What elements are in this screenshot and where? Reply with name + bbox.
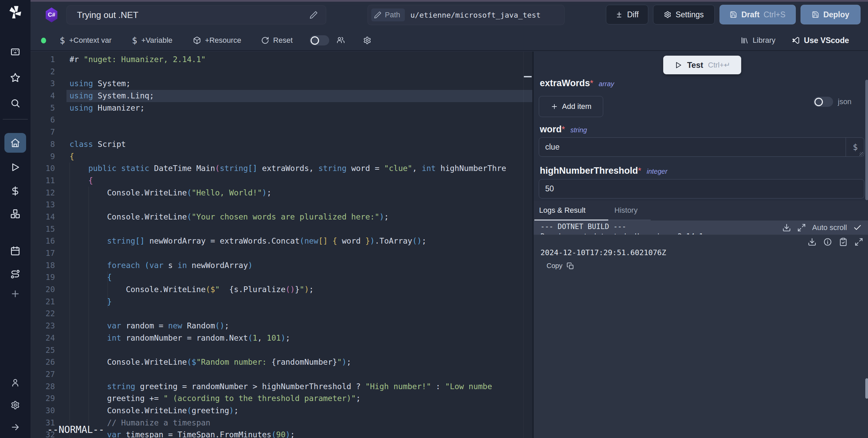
clipboard-check-icon[interactable] [839,237,848,246]
code-line[interactable]: 32 var timespan = TimeSpan.FromMinutes(9… [31,429,532,438]
sidebar-item-flows[interactable] [10,269,20,279]
deploy-button[interactable]: Deploy [801,5,861,24]
draft-button[interactable]: Draft Ctrl+S [719,5,796,24]
code-line[interactable]: 22 [31,308,532,320]
sidebar-item-expand[interactable] [11,423,20,432]
run-preview-panel: Test Ctrl+↵ extraWords* array json Add i… [532,52,868,438]
library-label: Library [753,36,775,45]
code-line[interactable]: 2 [31,66,532,78]
code-line[interactable]: 4using System.Linq; [31,90,532,102]
code-line[interactable]: 28 string greeting = randomNumber > high… [31,381,532,393]
download-logs-icon[interactable] [782,223,791,232]
json-toggle[interactable] [813,97,833,107]
add-context-var-button[interactable]: $ +Context var [60,35,112,45]
input-resize-handle[interactable] [860,152,864,156]
logs-vertical-scrollbar[interactable] [865,378,868,399]
expand-logs-icon[interactable] [797,223,806,232]
library-button[interactable]: Library [741,36,775,45]
code-line[interactable]: 23 var random = new Random(); [31,320,532,332]
result-output[interactable]: 2024-12-10T17:29:51.6021076Z Copy [534,234,868,438]
code-line[interactable]: 10 public static DateTime Main(string[] … [31,163,532,175]
multiplayer-button[interactable] [337,36,345,44]
word-input[interactable] [539,137,864,157]
test-button[interactable]: Test Ctrl+↵ [663,56,741,74]
sidebar-item-schedules[interactable] [10,246,20,256]
copy-result-button[interactable]: Copy [547,262,574,270]
sidebar-item-runs[interactable] [10,162,20,172]
sidebar-item-resources[interactable] [10,209,20,219]
sidebar-item-favorites[interactable] [10,73,20,83]
code-line[interactable]: 20 Console.WriteLine($" {s.Pluralize()}"… [31,284,532,296]
windmill-logo-icon[interactable] [7,4,23,20]
use-vscode-button[interactable]: Use VScode [792,36,849,45]
tab-history[interactable]: History [614,201,637,220]
check-icon[interactable] [853,223,862,232]
status-dot [41,38,46,43]
code-line[interactable]: 18 foreach (var s in newWordArray) [31,260,532,272]
add-variable-button[interactable]: $ +Variable [132,35,173,45]
add-context-var-label: +Context var [69,36,112,45]
sidebar-item-panel[interactable] [10,47,20,57]
code-line[interactable]: 8class Script [31,138,532,151]
info-icon[interactable] [823,237,832,246]
plus-icon [10,289,20,299]
sidebar-item-variables[interactable] [10,186,20,196]
tab-logs-result[interactable]: Logs & Result [539,201,586,220]
code-line[interactable]: 17 [31,247,532,260]
code-line[interactable]: 30 Console.WriteLine(greeting); [31,405,532,417]
add-resource-button[interactable]: +Resource [193,36,241,45]
gear-icon [664,11,671,18]
code-line[interactable]: 6 [31,114,532,126]
vim-mode-indicator: --NORMAL-- [47,424,104,435]
auto-scroll-label: Auto scroll [812,223,847,232]
diff-mode-toggle[interactable] [310,35,329,45]
add-item-button[interactable]: Add item [539,96,603,117]
code-editor[interactable]: 1#r "nuget: Humanizer, 2.14.1"23using Sy… [31,52,532,438]
user-icon [11,378,20,387]
code-line[interactable]: 31 // Humanize a timespan [31,417,532,429]
code-line[interactable]: 5using Humanizer; [31,102,532,114]
code-line[interactable]: 15 [31,223,532,235]
code-line[interactable]: 13 [31,199,532,211]
code-line[interactable]: 21 } [31,296,532,308]
settings-button[interactable]: Settings [653,5,715,24]
edit-title-pencil-icon[interactable] [310,11,318,19]
code-line[interactable]: 1#r "nuget: Humanizer, 2.14.1" [31,54,532,66]
code-line[interactable]: 25 [31,344,532,357]
download-result-icon[interactable] [808,237,816,246]
reset-button[interactable]: Reset [261,36,293,45]
code-line[interactable]: 3using System; [31,78,532,90]
script-title-field[interactable]: Trying out .NET [66,5,326,24]
gear-icon [11,401,20,410]
panel-vertical-scrollbar[interactable] [865,80,868,200]
sidebar-item-settings[interactable] [11,401,20,410]
code-line[interactable]: 11 { [31,175,532,187]
script-title: Trying out .NET [77,10,310,20]
code-line[interactable]: 16 string[] newWordArray = extraWords.Co… [31,235,532,247]
code-line[interactable]: 9{ [31,151,532,163]
editor-settings-button[interactable] [363,36,371,44]
arg-type: array [599,80,614,88]
arg-type: integer [647,168,667,175]
code-line[interactable]: 27 [31,368,532,381]
arg-name: word [540,124,562,134]
code-line[interactable]: 24 int randomNumber = random.Next(1, 101… [31,332,532,344]
path-field[interactable]: Path u/etienne/microsoft_java_test [368,5,565,25]
diff-button[interactable]: Diff [606,5,648,24]
add-variable-label: +Variable [141,36,173,45]
sidebar [0,0,31,438]
users-icon [337,36,345,44]
code-line[interactable]: 26 Console.WriteLine($"Random number: {r… [31,356,532,368]
expand-result-icon[interactable] [854,237,863,246]
code-line[interactable]: 12 Console.WriteLine("Hello, World!"); [31,187,532,199]
code-line[interactable]: 29 greeting += " (according to the thres… [31,393,532,405]
sidebar-item-user[interactable] [11,378,20,387]
sidebar-item-add[interactable] [10,289,20,299]
highnumberthreshold-input[interactable] [539,179,864,198]
sidebar-item-home[interactable] [10,138,20,148]
code-line[interactable]: 19 { [31,271,532,284]
editor-scrollbar-track[interactable] [523,52,524,438]
code-line[interactable]: 14 Console.WriteLine("Your chosen words … [31,211,532,223]
code-line[interactable]: 7 [31,126,532,138]
sidebar-item-search[interactable] [10,98,20,108]
